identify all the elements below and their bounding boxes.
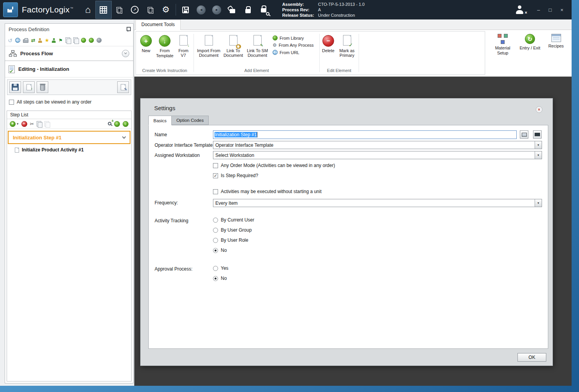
- any-order-checkbox[interactable]: ✓: [9, 100, 14, 105]
- from-any-process-button[interactable]: ⚙From Any Process: [273, 43, 317, 47]
- remove-step-button[interactable]: −: [21, 121, 27, 127]
- add-step-caret-icon[interactable]: ▾: [17, 122, 19, 126]
- link-to-document-button[interactable]: Link To Document: [222, 34, 245, 59]
- tracking-by-user-role-row[interactable]: By User Role: [213, 237, 248, 243]
- name-input[interactable]: Initialization Step #1: [213, 130, 517, 139]
- audit-search-button[interactable]: [256, 1, 271, 18]
- user-tan-icon[interactable]: [38, 38, 42, 43]
- maximize-button[interactable]: □: [547, 7, 553, 13]
- tab-option-codes[interactable]: Option Codes: [172, 116, 209, 125]
- assembly-value: CTO-TP-5-13-2013 - 1.0: [318, 2, 365, 7]
- documents-button[interactable]: [143, 1, 158, 18]
- collapse-button[interactable]: [122, 50, 129, 57]
- dialog-tabs: Basics Option Codes: [148, 116, 209, 125]
- approval-no-radio[interactable]: [213, 276, 218, 281]
- export-docs-icon[interactable]: [73, 37, 78, 43]
- minimize-button[interactable]: –: [536, 7, 541, 13]
- pin-icon[interactable]: [126, 27, 130, 32]
- user-logout-icon[interactable]: ×: [516, 5, 525, 14]
- dialog-title: Settings: [154, 105, 175, 111]
- navigate-button[interactable]: ↗: [127, 1, 143, 18]
- copy-docs-icon[interactable]: [65, 37, 70, 43]
- entry-exit-button[interactable]: ↻ Entry / Exit: [519, 33, 541, 56]
- tracking-no-radio[interactable]: [213, 248, 218, 253]
- workstation-combobox[interactable]: Select Workstation ▼: [213, 151, 542, 159]
- copy-step-icon[interactable]: [37, 121, 42, 127]
- new-button[interactable]: + New: [138, 34, 154, 54]
- zoom-button[interactable]: +: [108, 121, 111, 127]
- move-down-button[interactable]: ↓: [123, 121, 128, 127]
- import-from-document-button[interactable]: Import From Document: [196, 34, 221, 59]
- approval-yes-radio[interactable]: [213, 266, 218, 271]
- tracking-no-row[interactable]: No: [213, 248, 227, 253]
- record-icon[interactable]: [89, 38, 94, 43]
- mark-as-primary-button[interactable]: ✓ Mark as Primary: [336, 34, 357, 59]
- dropdown-arrow-icon[interactable]: ▼: [535, 141, 542, 149]
- operator-interface-combobox[interactable]: Operator Interface Template ▼: [213, 141, 542, 149]
- step-item-selected[interactable]: Initialization Step #1: [8, 131, 130, 144]
- save-button[interactable]: [178, 1, 194, 18]
- dropdown-arrow-icon[interactable]: ▼: [535, 199, 542, 207]
- history-icon[interactable]: ↺: [8, 38, 12, 43]
- editing-row: Editing - Initialization: [5, 61, 133, 77]
- edit-notes-button[interactable]: ✎: [117, 81, 129, 93]
- from-url-button[interactable]: From URL: [273, 50, 317, 55]
- process-layers-button[interactable]: [111, 1, 127, 18]
- tracking-by-current-user-row[interactable]: By Current User: [213, 217, 254, 223]
- material-setup-button[interactable]: Material Setup: [492, 33, 514, 56]
- settings-gear-button[interactable]: ⚙: [158, 1, 174, 18]
- step-expander-icon[interactable]: [122, 135, 126, 139]
- activity-item[interactable]: Initialize Product Activity #1: [7, 145, 131, 154]
- close-button[interactable]: ×: [559, 7, 565, 13]
- frequency-combobox[interactable]: Every Item ▼: [213, 199, 542, 207]
- tab-basics[interactable]: Basics: [148, 116, 172, 125]
- by-user-role-radio[interactable]: [213, 238, 218, 243]
- step-required-row[interactable]: ✓ Is Step Required?: [213, 173, 258, 178]
- process-flow-row[interactable]: Process Flow: [5, 46, 133, 61]
- cut-icon[interactable]: ✂: [30, 121, 34, 127]
- print-icon[interactable]: [23, 39, 28, 43]
- ok-button[interactable]: OK: [517, 353, 546, 362]
- globe-icon[interactable]: [15, 38, 20, 43]
- play-icon[interactable]: [81, 38, 86, 43]
- move-up-button[interactable]: ↑: [114, 121, 120, 127]
- stop-icon[interactable]: [97, 38, 102, 43]
- from-template-button[interactable]: ↓ From Template: [155, 34, 175, 59]
- delete-element-button[interactable]: − Delete: [321, 34, 336, 54]
- star-icon[interactable]: ★: [45, 38, 49, 43]
- lock-button[interactable]: [240, 1, 256, 18]
- work-instructions-button[interactable]: [96, 1, 111, 18]
- swap-icon[interactable]: ⇄: [31, 38, 35, 43]
- any-order-mode-row[interactable]: ✓ Any Order Mode (Activities can be view…: [213, 163, 335, 168]
- activities-without-unit-row[interactable]: ✓ Activities may be executed without sta…: [213, 189, 322, 194]
- activities-without-unit-checkbox[interactable]: ✓: [213, 189, 218, 194]
- from-library-button[interactable]: From Library: [273, 35, 317, 40]
- by-user-group-radio[interactable]: [213, 228, 218, 233]
- back-button[interactable]: ◄: [194, 1, 209, 18]
- tracking-by-user-group-row[interactable]: By User Group: [213, 227, 252, 233]
- save-step-button[interactable]: [9, 81, 21, 93]
- name-select-button[interactable]: [520, 130, 528, 139]
- recipes-button[interactable]: Recipes: [546, 33, 566, 56]
- approval-yes-row[interactable]: Yes: [213, 265, 229, 271]
- paste-step-icon[interactable]: [44, 121, 49, 127]
- dropdown-arrow-icon[interactable]: ▼: [535, 151, 542, 159]
- flag-icon[interactable]: ⚑: [58, 38, 63, 43]
- import-step-button[interactable]: ↑: [23, 81, 35, 93]
- dialog-close-button[interactable]: ×: [536, 106, 542, 113]
- any-order-mode-checkbox[interactable]: ✓: [213, 163, 218, 168]
- home-button[interactable]: ⌂: [80, 1, 96, 18]
- link-to-sm-document-button[interactable]: ✎ Link To SM Document: [245, 34, 269, 59]
- unlock-button[interactable]: [225, 1, 240, 18]
- add-step-button[interactable]: +: [10, 121, 16, 127]
- user-green-icon[interactable]: [52, 38, 56, 43]
- step-required-checkbox[interactable]: ✓: [213, 173, 218, 178]
- tab-document-tools[interactable]: Document Tools: [136, 19, 181, 30]
- any-order-row[interactable]: ✓ All steps can be viewed in any order: [5, 96, 133, 108]
- name-keyboard-button[interactable]: [533, 130, 542, 139]
- approval-no-row[interactable]: No: [213, 276, 227, 281]
- forward-button[interactable]: ►: [209, 1, 225, 18]
- delete-step-button[interactable]: [37, 81, 48, 93]
- by-current-user-radio[interactable]: [213, 218, 218, 223]
- from-v7-button[interactable]: ↓ From V7: [176, 34, 191, 59]
